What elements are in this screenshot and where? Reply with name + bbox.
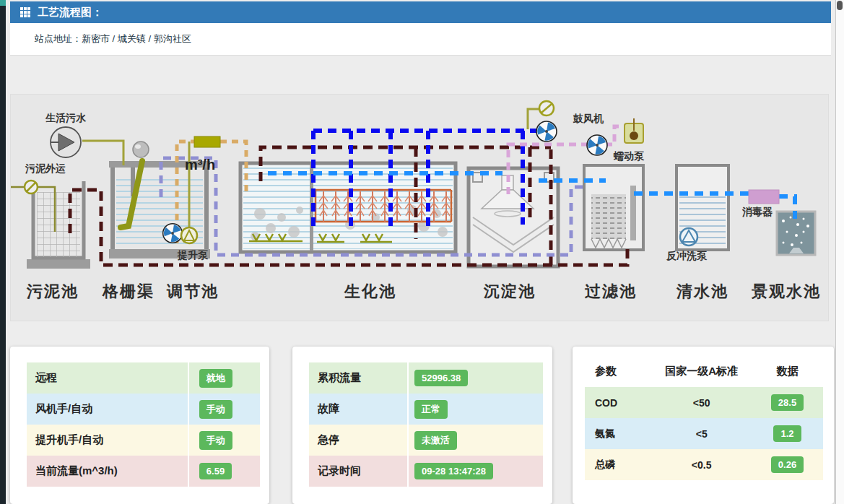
inflow-label: 生活污水 xyxy=(45,112,87,123)
tank-biochemical xyxy=(240,163,456,252)
status-badge: 正常 xyxy=(414,400,448,419)
backwash-pump-icon xyxy=(680,228,697,246)
tank-label-regulation: 调节池 xyxy=(166,282,219,300)
sidebar-strip xyxy=(0,0,6,504)
tank-sedimentation xyxy=(469,168,558,266)
column-header: 数据 xyxy=(752,365,823,378)
sidebar-strip-accent xyxy=(0,0,6,6)
sludge-out-label: 污泥外运 xyxy=(25,162,66,174)
table-row: 当前流量(m^3/h) 6.59 xyxy=(27,456,260,487)
status-badge: 就地 xyxy=(199,369,232,388)
tank-label-sludge: 污泥池 xyxy=(26,282,79,300)
page-header: 工艺流程图： xyxy=(10,1,831,23)
status-badge: 手动 xyxy=(199,431,232,450)
table-row: 远程 就地 xyxy=(27,362,260,394)
flow-unit-label: m³/h xyxy=(185,157,215,173)
backwash-pump-label: 反冲洗泵 xyxy=(666,250,708,261)
row-label: 记录时间 xyxy=(309,456,407,487)
row-label: 累积流量 xyxy=(309,362,407,394)
row-label: 急停 xyxy=(309,425,407,456)
row-label: 故障 xyxy=(309,394,407,425)
control-panel-card: 远程 就地 风机手/自动 手动 提升机手/自动 手动 当前流量(m^3/h) 6… xyxy=(10,347,269,504)
param-name: COD xyxy=(585,397,651,409)
flow-indicator-icon xyxy=(181,227,197,243)
blower-label: 鼓风机 xyxy=(573,113,604,124)
inflow-pump-icon xyxy=(51,127,81,157)
tank-label-sedimentation: 沉淀池 xyxy=(483,282,536,300)
status-badge: 28.5 xyxy=(771,394,804,411)
row-label: 提升机手/自动 xyxy=(27,425,188,456)
page-title: 工艺流程图： xyxy=(38,6,103,19)
quality-header-row: 参数 国家一级A标准 数据 xyxy=(585,355,823,387)
scrollbar-track[interactable] xyxy=(835,0,844,504)
table-row: 累积流量 52996.38 xyxy=(309,362,543,394)
param-name: 氨氮 xyxy=(585,427,651,440)
table-row: COD <50 28.5 xyxy=(585,387,823,418)
scrollbar-thumb[interactable] xyxy=(837,1,843,10)
row-label: 远程 xyxy=(27,362,188,394)
lift-pump-label: 提升泵 xyxy=(177,249,209,261)
tank-sludge xyxy=(27,181,90,269)
param-standard: <5 xyxy=(651,428,752,440)
status-badge: 52996.38 xyxy=(414,370,468,386)
grid-icon xyxy=(20,7,30,17)
breadcrumb: 站点地址：新密市 / 城关镇 / 郭沟社区 xyxy=(35,32,831,45)
status-badge: 0.26 xyxy=(771,456,804,473)
tank-filter xyxy=(584,165,643,250)
table-row: 氨氮 <5 1.2 xyxy=(585,418,823,449)
row-label: 风机手/自动 xyxy=(27,394,188,425)
peristaltic-pump-label: 蠕动泵 xyxy=(613,150,645,162)
tank-label-biochemical: 生化池 xyxy=(344,282,396,300)
blower-icon xyxy=(534,121,557,144)
column-header: 国家一级A标准 xyxy=(651,365,752,378)
dosing-container-icon xyxy=(625,118,643,143)
flow-diagram-panel: 生活污水 污泥外运 m³/h 提升泵 鼓风机 蠕动泵 反冲洗泵 消毒器 污泥池 … xyxy=(10,94,829,321)
row-label: 当前流量(m^3/h) xyxy=(27,456,188,487)
peristaltic-pump-icon xyxy=(585,135,607,157)
param-standard: <50 xyxy=(651,397,752,409)
column-header: 参数 xyxy=(585,365,651,378)
tank-label-cleanwater: 清水池 xyxy=(676,282,728,300)
status-badge: 09-28 13:47:28 xyxy=(414,463,493,479)
table-row: 记录时间 09-28 13:47:28 xyxy=(309,456,543,487)
tank-label-landscape: 景观水池 xyxy=(751,282,821,300)
table-row: 提升机手/自动 手动 xyxy=(27,425,260,456)
status-badge: 手动 xyxy=(199,400,232,419)
sludge-valve-icon xyxy=(25,181,38,194)
quality-panel-card: 参数 国家一级A标准 数据 COD <50 28.5 氨氮 <5 1.2 总磷 … xyxy=(573,347,834,504)
air-valve-icon xyxy=(539,101,554,116)
status-badge: 6.59 xyxy=(199,463,232,479)
status-panel-card: 累积流量 52996.38 故障 正常 急停 未激活 记录时间 09-28 13… xyxy=(292,347,552,504)
status-badge: 1.2 xyxy=(773,425,801,442)
flow-meter xyxy=(194,136,220,147)
disinfector-box xyxy=(749,190,779,204)
table-row: 风机手/自动 手动 xyxy=(27,394,260,425)
diffuser-rails xyxy=(249,241,392,242)
tank-label-filter: 过滤池 xyxy=(584,282,637,300)
breadcrumb-bar: 站点地址：新密市 / 城关镇 / 郭沟社区 xyxy=(10,23,831,56)
table-row: 总磷 <0.5 0.26 xyxy=(585,449,823,480)
status-badge: 未激活 xyxy=(414,431,457,450)
disinfector-label: 消毒器 xyxy=(741,206,773,217)
param-name: 总磷 xyxy=(585,459,651,472)
flow-diagram: 生活污水 污泥外运 m³/h 提升泵 鼓风机 蠕动泵 反冲洗泵 消毒器 污泥池 … xyxy=(11,95,828,321)
param-standard: <0.5 xyxy=(651,459,752,471)
table-row: 急停 未激活 xyxy=(309,425,543,456)
table-row: 故障 正常 xyxy=(309,394,543,425)
tank-label-grid: 格栅渠 xyxy=(102,282,155,300)
